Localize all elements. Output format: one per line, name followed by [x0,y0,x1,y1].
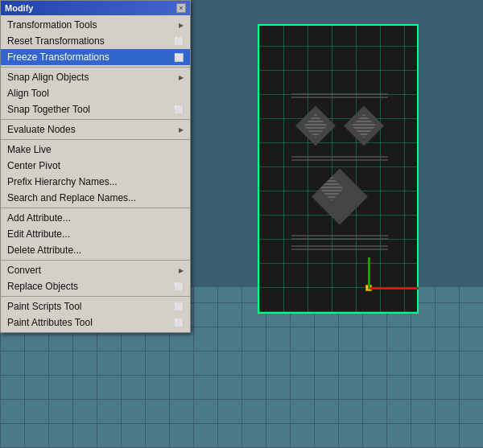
menu-item-label-paint-scripts-tool: Paint Scripts Tool [7,301,174,312]
menu-item-label-snap-align-objects: Snap Align Objects [7,72,179,83]
menu-item-label-edit-attribute: Edit Attribute... [7,228,184,240]
menu-item-label-convert: Convert [7,265,179,276]
menu-item-label-paint-attributes-tool: Paint Attributes Tool [7,317,174,328]
menu-item-make-live[interactable]: Make Live [1,142,190,158]
menu-icon-paint-attributes-tool: ⬜ [174,319,184,327]
menu-item-label-freeze-transformations: Freeze Transformations [7,51,174,63]
menu-item-paint-scripts-tool[interactable]: Paint Scripts Tool⬜ [1,298,190,314]
separator-after-delete-attribute [1,260,190,261]
menu-item-freeze-transformations[interactable]: Freeze Transformations⬜ [1,49,190,65]
menu-item-reset-transformations[interactable]: Reset Transformations⬜ [1,33,190,49]
menu-item-search-replace-names[interactable]: Search and Replace Names... [1,190,190,206]
menu-item-label-make-live: Make Live [7,144,184,155]
shape-row-1 [295,106,384,146]
separator-after-replace-objects [1,296,190,297]
menu-icon-replace-objects: ⬜ [174,282,184,291]
menu-item-snap-together-tool[interactable]: Snap Together Tool⬜ [1,101,190,117]
menu-item-add-attribute[interactable]: Add Attribute... [1,210,190,226]
submenu-arrow-evaluate-nodes: ▶ [179,126,184,134]
menu-item-label-transformation-tools: Transformation Tools [7,19,179,31]
separator-after-freeze-transformations [1,67,190,68]
menu-body: Transformation Tools▶Reset Transformatio… [1,15,190,332]
submenu-arrow-snap-align-objects: ▶ [179,74,184,81]
menu-item-transformation-tools[interactable]: Transformation Tools▶ [1,17,190,33]
menu-item-label-evaluate-nodes: Evaluate Nodes [7,124,179,135]
menu-item-evaluate-nodes[interactable]: Evaluate Nodes▶ [1,121,190,138]
submenu-arrow-transformation-tools: ▶ [179,22,184,29]
menu-icon-reset-transformations: ⬜ [174,37,184,46]
menu-icon-paint-scripts-tool: ⬜ [174,302,184,311]
axis-x [370,287,419,290]
panel-pattern [275,58,404,283]
menu-item-edit-attribute[interactable]: Edit Attribute... [1,226,190,242]
menu-item-delete-attribute[interactable]: Delete Attribute... [1,242,190,258]
menu-item-align-tool[interactable]: Align Tool [1,85,190,101]
axis-y [368,257,370,290]
menu-item-label-prefix-hierarchy-names: Prefix Hierarchy Names... [7,176,184,187]
close-button[interactable]: × [176,3,186,13]
diamond-bottom [312,169,368,225]
submenu-arrow-convert: ▶ [179,267,184,274]
menu-item-label-align-tool: Align Tool [7,88,184,99]
menu-item-prefix-hierarchy-names[interactable]: Prefix Hierarchy Names... [1,174,190,190]
menu-item-label-add-attribute: Add Attribute... [7,212,184,224]
menu-item-label-reset-transformations: Reset Transformations [7,35,174,47]
menu-icon-freeze-transformations: ⬜ [174,53,184,62]
separator-after-search-replace-names [1,208,190,208]
separator-after-snap-together-tool [1,119,190,120]
stripe-4 [291,244,388,250]
diamond-right [344,106,384,146]
menu-item-label-center-pivot: Center Pivot [7,160,184,171]
shape-row-2 [312,169,368,225]
menu-item-label-search-replace-names: Search and Replace Names... [7,192,184,203]
object-panel [258,24,419,314]
stripe-1 [291,92,388,98]
menu-item-center-pivot[interactable]: Center Pivot [1,158,190,174]
menu-title: Modify [5,3,33,13]
menu-item-snap-align-objects[interactable]: Snap Align Objects▶ [1,69,190,85]
menu-item-replace-objects[interactable]: Replace Objects⬜ [1,278,190,294]
modify-menu-window: Modify × Transformation Tools▶Reset Tran… [0,0,191,333]
menu-item-paint-attributes-tool[interactable]: Paint Attributes Tool⬜ [1,314,190,331]
menu-icon-snap-together-tool: ⬜ [174,105,184,114]
diamond-left [295,106,336,146]
menu-titlebar: Modify × [1,1,190,15]
menu-item-label-snap-together-tool: Snap Together Tool [7,104,174,115]
stripe-2 [291,154,388,161]
menu-item-convert[interactable]: Convert▶ [1,262,190,278]
3d-object [258,24,435,330]
menu-item-label-replace-objects: Replace Objects [7,281,174,292]
separator-after-evaluate-nodes [1,139,190,140]
stripe-3 [291,233,388,240]
menu-item-label-delete-attribute: Delete Attribute... [7,245,184,256]
